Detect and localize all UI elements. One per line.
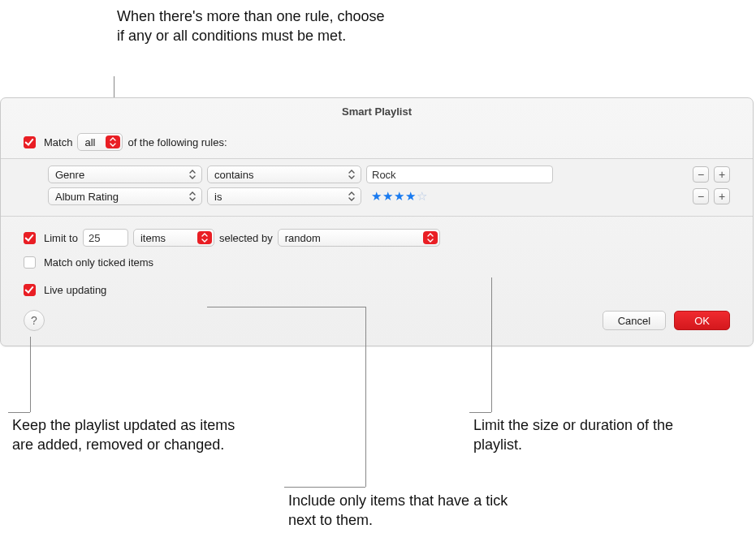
live-label: Live updating xyxy=(44,284,106,296)
dialog-body: Match all of the following rules: Genre xyxy=(1,124,753,299)
match-checkbox[interactable] xyxy=(24,136,36,148)
match-label-post: of the following rules: xyxy=(127,136,227,148)
leader-line xyxy=(365,307,366,487)
live-row: Live updating xyxy=(24,280,730,299)
leader-line xyxy=(491,277,492,412)
chevrons-icon xyxy=(185,168,200,181)
rule-field-value: Album Rating xyxy=(55,191,119,203)
dialog-footer: ? Cancel OK xyxy=(1,302,753,331)
chevrons-icon xyxy=(344,168,359,181)
chevrons-icon xyxy=(106,135,120,148)
rule-operator-value: is xyxy=(214,191,222,203)
rules-container: Genre contains Rock − + xyxy=(1,158,753,217)
help-button[interactable]: ? xyxy=(24,310,45,331)
limit-method-value: random xyxy=(285,232,321,244)
callout-live-updating: Keep the playlist updated as items are a… xyxy=(12,415,240,455)
rule-field-select[interactable]: Genre xyxy=(48,166,202,183)
cancel-button[interactable]: Cancel xyxy=(603,311,666,330)
limit-unit-value: items xyxy=(140,232,166,244)
chevrons-icon xyxy=(197,231,212,244)
match-mode-value: all xyxy=(84,136,95,148)
limit-method-select[interactable]: random xyxy=(278,229,440,247)
leader-line xyxy=(207,307,365,307)
chevrons-icon xyxy=(185,190,200,203)
rule-add-button[interactable]: + xyxy=(714,166,730,183)
ticked-row: Match only ticked items xyxy=(24,252,730,272)
plus-icon: + xyxy=(719,169,725,180)
rule-operator-value: contains xyxy=(214,169,253,181)
plus-icon: + xyxy=(719,191,725,202)
rule-row: Album Rating is ★★★★☆ − + xyxy=(48,187,730,205)
match-mode-select[interactable]: all xyxy=(77,133,123,151)
rule-star-rating[interactable]: ★★★★☆ xyxy=(366,189,553,204)
minus-icon: − xyxy=(698,191,704,202)
rule-operator-select[interactable]: is xyxy=(207,187,361,205)
ticked-checkbox[interactable] xyxy=(24,256,36,269)
rule-remove-button[interactable]: − xyxy=(693,166,709,183)
rule-remove-button[interactable]: − xyxy=(693,188,709,204)
live-checkbox[interactable] xyxy=(24,284,36,296)
match-label-pre: Match xyxy=(44,136,72,148)
rule-operator-select[interactable]: contains xyxy=(207,166,361,183)
limit-value-text: 25 xyxy=(89,232,100,244)
ok-button[interactable]: OK xyxy=(674,311,730,330)
callout-match-mode: When there's more than one rule, choose … xyxy=(117,6,385,46)
rule-value-text: Rock xyxy=(372,169,396,181)
callout-ticked-items: Include only items that have a tick next… xyxy=(288,491,532,531)
chevrons-icon xyxy=(423,231,438,244)
limit-unit-select[interactable]: items xyxy=(133,229,214,247)
rule-add-button[interactable]: + xyxy=(714,188,730,204)
limit-label-pre: Limit to xyxy=(44,232,78,244)
rule-field-select[interactable]: Album Rating xyxy=(48,187,202,205)
leader-line xyxy=(469,412,491,413)
chevrons-icon xyxy=(344,190,359,203)
leader-line xyxy=(284,487,365,488)
limit-label-mid: selected by xyxy=(219,232,273,244)
callout-limit: Limit the size or duration of the playli… xyxy=(473,415,685,455)
match-row: Match all of the following rules: xyxy=(24,132,730,152)
smart-playlist-dialog: Smart Playlist Match all of the followin… xyxy=(0,97,754,346)
rule-value-input[interactable]: Rock xyxy=(366,166,553,183)
minus-icon: − xyxy=(698,169,704,180)
help-icon: ? xyxy=(31,314,37,327)
leader-line xyxy=(30,337,31,412)
rule-field-value: Genre xyxy=(55,169,84,181)
limit-row: Limit to 25 items selected by random xyxy=(24,228,730,247)
ticked-label: Match only ticked items xyxy=(44,256,153,269)
limit-value-input[interactable]: 25 xyxy=(83,229,128,247)
leader-line xyxy=(8,412,30,413)
limit-checkbox[interactable] xyxy=(24,232,36,244)
dialog-title: Smart Playlist xyxy=(1,98,753,124)
rule-row: Genre contains Rock − + xyxy=(48,166,730,183)
